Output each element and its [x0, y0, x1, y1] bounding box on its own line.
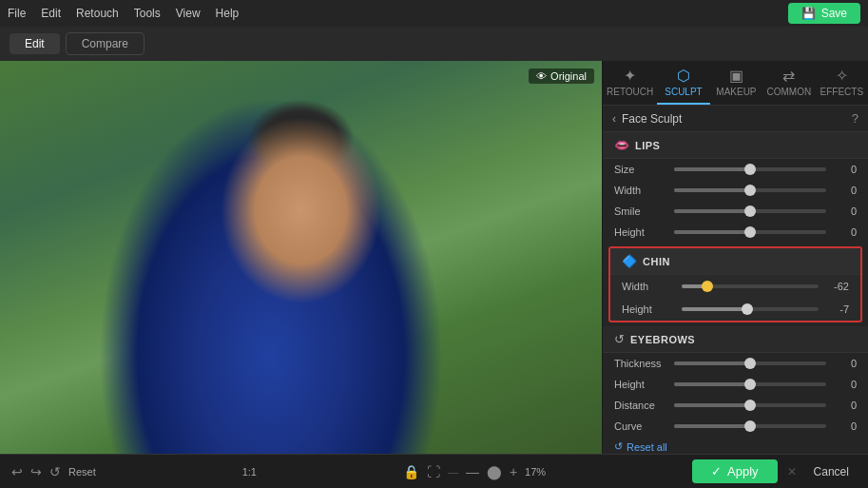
tab-compare[interactable]: Compare	[66, 32, 145, 55]
lips-width-slider[interactable]	[674, 188, 826, 192]
original-label: Original	[550, 70, 587, 82]
menubar: File Edit Retouch Tools View Help 💾 Save	[0, 0, 868, 27]
eyebrows-distance-row: Distance 0	[603, 395, 868, 416]
zoom-ratio: 1:1	[242, 466, 257, 478]
eyebrows-distance-label: Distance	[614, 400, 666, 411]
save-button[interactable]: 💾 Save	[788, 3, 860, 24]
save-label: Save	[821, 7, 847, 20]
menu-retouch[interactable]: Retouch	[76, 7, 119, 20]
help-icon[interactable]: ?	[852, 111, 858, 126]
makeup-icon: ▣	[729, 67, 743, 85]
common-icon: ⇄	[782, 67, 795, 85]
chin-icon: 🔷	[622, 254, 637, 268]
lock-icon[interactable]: 🔒	[403, 464, 419, 479]
original-badge: 👁 Original	[529, 68, 594, 84]
chin-height-label: Height	[622, 303, 674, 315]
effects-icon: ✧	[836, 67, 848, 85]
chin-height-row: Height -7	[610, 298, 860, 321]
lips-height-row: Height 0	[603, 222, 868, 243]
zoom-in-icon[interactable]: +	[510, 464, 517, 479]
cancel-button[interactable]: Cancel	[806, 461, 857, 482]
fullscreen-icon[interactable]: ⛶	[427, 464, 440, 479]
lips-size-slider[interactable]	[674, 167, 826, 171]
lips-smile-row: Smile 0	[603, 201, 868, 222]
tab-makeup[interactable]: ▣ MAKEUP	[710, 61, 762, 105]
chin-width-slider[interactable]	[682, 284, 819, 288]
right-panel: ✦ RETOUCH ⬡ SCULPT ▣ MAKEUP ⇄ COMMON ✧ E…	[602, 61, 868, 454]
reset-label[interactable]: Reset	[68, 466, 96, 478]
lips-height-value: 0	[834, 226, 857, 238]
menu-file[interactable]: File	[8, 7, 26, 20]
lips-width-label: Width	[614, 185, 666, 196]
chin-section: 🔷 CHIN Width -62 Height	[608, 246, 862, 322]
nav-title: Face Sculpt	[622, 112, 682, 126]
eyebrows-thickness-label: Thickness	[614, 358, 666, 369]
main-container: 👁 Original ✦ RETOUCH ⬡ SCULPT ▣ MAKEUP ⇄…	[0, 61, 868, 454]
chin-section-header[interactable]: 🔷 CHIN	[610, 248, 860, 275]
lips-smile-slider[interactable]	[674, 209, 826, 213]
eyebrows-height-row: Height 0	[603, 374, 868, 395]
menu-view[interactable]: View	[176, 7, 201, 20]
save-icon: 💾	[801, 7, 816, 20]
lips-size-label: Size	[614, 164, 666, 175]
retouch-label: RETOUCH	[607, 87, 653, 97]
eye-icon: 👁	[536, 70, 547, 82]
eyebrows-curve-value: 0	[834, 420, 857, 432]
chin-height-slider[interactable]	[682, 307, 819, 311]
lips-size-value: 0	[834, 164, 857, 175]
tab-common[interactable]: ⇄ COMMON	[762, 61, 815, 105]
reset-all-label: Reset all	[627, 441, 667, 453]
lips-smile-label: Smile	[614, 205, 666, 217]
eyebrows-icon: ↺	[614, 332, 625, 346]
eyebrows-section-header[interactable]: ↺ EYEBROWS	[603, 326, 868, 353]
zoom-percent: 17%	[525, 466, 546, 478]
checkmark-icon: ✓	[711, 464, 722, 478]
apply-button[interactable]: ✓ Apply	[692, 459, 778, 483]
eyebrows-height-value: 0	[834, 379, 857, 390]
back-icon[interactable]: ‹	[612, 112, 616, 126]
tab-retouch[interactable]: ✦ RETOUCH	[603, 61, 657, 105]
reset-icon-bottom[interactable]: ↺	[49, 464, 61, 479]
eyebrows-thickness-row: Thickness 0	[603, 353, 868, 374]
menu-help[interactable]: Help	[216, 7, 240, 20]
lips-width-value: 0	[834, 185, 857, 196]
lips-icon: 👄	[614, 138, 629, 152]
chin-height-value: -7	[826, 303, 849, 315]
lips-smile-value: 0	[834, 205, 857, 217]
bottom-bar: ↩ ↪ ↺ Reset 1:1 🔒 ⛶ — — ⬤ + 17% ✓ Apply …	[0, 454, 868, 488]
lips-size-row: Size 0	[603, 159, 868, 180]
undo-icon[interactable]: ↩	[11, 464, 23, 479]
eyebrows-thickness-value: 0	[834, 358, 857, 369]
makeup-label: MAKEUP	[716, 87, 756, 97]
eyebrows-section-label: EYEBROWS	[630, 334, 695, 345]
eyebrows-distance-slider[interactable]	[674, 403, 826, 407]
eyebrows-curve-slider[interactable]	[674, 424, 826, 428]
reset-all-link[interactable]: ↺ Reset all	[603, 437, 868, 454]
nav-header: ‹ Face Sculpt ?	[603, 106, 868, 132]
apply-label: Apply	[727, 464, 759, 478]
eyebrows-distance-value: 0	[834, 400, 857, 411]
lips-section-label: LIPS	[635, 140, 660, 151]
tab-edit[interactable]: Edit	[10, 33, 60, 54]
toolbar: Edit Compare	[0, 27, 868, 61]
menu-tools[interactable]: Tools	[134, 7, 161, 20]
tab-sculpt[interactable]: ⬡ SCULPT	[657, 61, 709, 105]
chin-width-row: Width -62	[610, 275, 860, 298]
canvas-area: 👁 Original	[0, 61, 602, 454]
lips-height-slider[interactable]	[674, 230, 826, 234]
effects-label: EFFECTS	[820, 87, 864, 97]
panel-tabs: ✦ RETOUCH ⬡ SCULPT ▣ MAKEUP ⇄ COMMON ✧ E…	[603, 61, 868, 106]
zoom-out-icon[interactable]: —	[466, 464, 479, 479]
eyebrows-curve-label: Curve	[614, 420, 666, 432]
separator: ✕	[787, 465, 797, 478]
panel-content: 👄 LIPS Size 0 Width 0 Smile	[603, 132, 868, 454]
lips-section-header[interactable]: 👄 LIPS	[603, 132, 868, 159]
eyebrows-height-slider[interactable]	[674, 382, 826, 386]
eyebrows-thickness-slider[interactable]	[674, 361, 826, 365]
sculpt-label: SCULPT	[665, 87, 702, 97]
zoom-slider-icon[interactable]: ⬤	[487, 464, 502, 479]
tab-effects[interactable]: ✧ EFFECTS	[816, 61, 868, 105]
menu-edit[interactable]: Edit	[41, 7, 61, 20]
redo-icon[interactable]: ↪	[30, 464, 42, 479]
photo	[0, 61, 602, 454]
